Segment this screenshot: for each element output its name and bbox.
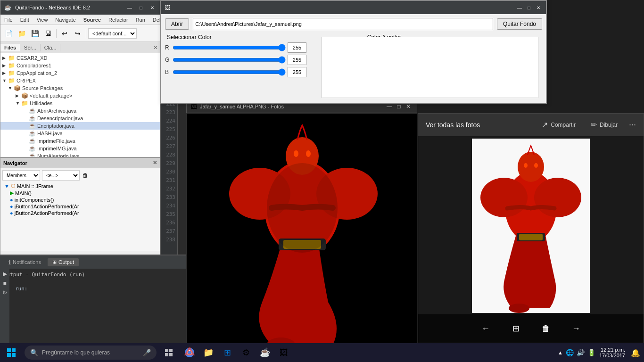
qf-minimize-btn[interactable]: —: [516, 4, 523, 11]
type-filter[interactable]: <e...>: [42, 170, 80, 181]
settings-taskbar-icon[interactable]: ⚙: [238, 344, 255, 361]
r-value-input[interactable]: [288, 42, 306, 53]
config-dropdown[interactable]: <default conf...: [88, 28, 137, 39]
svg-point-19: [534, 163, 538, 168]
output-icon: ⊞: [52, 259, 57, 265]
menu-source[interactable]: Source: [80, 16, 105, 24]
menu-navigate[interactable]: Navigate: [51, 16, 79, 24]
photo-viewer: Ver todas las fotos ↗ Compartir ✏ Dibuja…: [418, 113, 644, 356]
undo-btn[interactable]: ↩: [58, 27, 71, 40]
panel-tab-classes[interactable]: Cla...: [41, 44, 61, 51]
g-label: G: [165, 57, 171, 63]
new-project-btn[interactable]: 📄: [2, 27, 15, 40]
tree-item-hash[interactable]: ▶☕ HASH.java: [0, 130, 160, 137]
pv-delete-btn[interactable]: 🗑: [537, 319, 555, 338]
menu-refactor[interactable]: Refactor: [105, 16, 132, 24]
nav-item-initcomponents[interactable]: ● initComponents(): [2, 197, 158, 203]
explorer-taskbar-icon[interactable]: 📁: [200, 344, 217, 361]
tree-item-imprimefile[interactable]: ▶☕ ImprimeFile.java: [0, 137, 160, 145]
tree-item-abrir[interactable]: ▶☕ AbrirArchivo.java: [0, 107, 160, 115]
navigator-close-btn[interactable]: ✕: [153, 160, 157, 166]
tree-item-cesar[interactable]: ▶📁 CESAR2_XD: [0, 54, 160, 62]
photos-icon: 🖼: [280, 348, 288, 358]
menu-run[interactable]: Run: [132, 16, 149, 24]
pv-ver-todas[interactable]: Ver todas las fotos: [426, 121, 530, 129]
notifications-icon[interactable]: 🔔: [631, 348, 640, 357]
b-slider[interactable]: [173, 68, 286, 76]
qf-close-btn[interactable]: ✕: [535, 4, 542, 11]
java-taskbar-icon[interactable]: ☕: [256, 344, 273, 361]
panel-close-btn[interactable]: ✕: [151, 43, 160, 52]
r-slider[interactable]: [173, 44, 286, 51]
open-btn[interactable]: 📁: [16, 27, 28, 40]
filter-icon[interactable]: 🗑: [82, 171, 89, 180]
save-btn[interactable]: 💾: [29, 27, 41, 40]
navigator-list: ▼ ⬡ MAIN :: JFrame ▶ MAIN() ● initCompon…: [2, 182, 158, 216]
output-tab[interactable]: ⊞ Output: [48, 258, 79, 266]
panel-tab-services[interactable]: Ser...: [20, 44, 41, 51]
nb-minimize-btn[interactable]: —: [126, 4, 133, 11]
java-icon: ☕: [260, 347, 270, 358]
nav-item-main-method[interactable]: ▶ MAIN(): [2, 189, 158, 197]
rerun-side-btn[interactable]: ↻: [2, 289, 7, 296]
start-button[interactable]: [0, 343, 23, 362]
tree-item-default-pkg[interactable]: ▶📦 <default package>: [0, 92, 160, 99]
svg-point-18: [524, 163, 528, 168]
clock-area[interactable]: 12:21 p.m. 17/03/2017: [599, 347, 625, 358]
quitar-fondo-button[interactable]: Quitar Fondo: [497, 18, 542, 30]
network-icon[interactable]: 🌐: [566, 349, 574, 356]
project-tree[interactable]: ▶📁 CESAR2_XD ▶📁 Compiladores1 ▶📁 CppAppl…: [0, 53, 160, 157]
path-input[interactable]: [193, 18, 493, 30]
share-icon: ↗: [542, 120, 548, 129]
b-value-input[interactable]: [288, 67, 306, 77]
g-value-input[interactable]: [288, 55, 306, 65]
nb-maximize-btn[interactable]: □: [137, 4, 145, 11]
battery-icon[interactable]: 🔋: [587, 349, 595, 356]
tree-item-encriptador[interactable]: ▶☕ Encriptador.java: [0, 122, 160, 130]
members-filter[interactable]: Members: [2, 170, 40, 181]
run-side-btn[interactable]: ▶: [3, 271, 7, 277]
up-arrow-icon[interactable]: ▲: [558, 350, 563, 355]
g-slider[interactable]: [173, 56, 286, 64]
menu-view[interactable]: View: [33, 16, 52, 24]
qf-maximize-btn[interactable]: □: [525, 4, 533, 11]
tree-item-numaleatorio[interactable]: ▶☕ NumAleatorio.java: [0, 152, 160, 157]
tree-item-cpp[interactable]: ▶📁 CppApplication_2: [0, 69, 160, 77]
notifications-tab[interactable]: ℹ Notifications: [4, 258, 46, 267]
tree-item-compiladores[interactable]: ▶📁 Compiladores1: [0, 62, 160, 69]
menu-file[interactable]: File: [0, 16, 17, 24]
nav-item-main-jframe[interactable]: ▼ ⬡ MAIN :: JFrame: [2, 182, 158, 189]
nav-item-jbutton2[interactable]: ● jButton2ActionPerformed(Ar: [2, 210, 158, 216]
nav-item-jbutton1[interactable]: ● jButton1ActionPerformed(Ar: [2, 203, 158, 210]
photos-taskbar-icon[interactable]: 🖼: [275, 344, 292, 361]
panel-tab-projects[interactable]: Files: [0, 44, 20, 51]
search-icon: 🔍: [30, 349, 38, 356]
volume-icon[interactable]: 🔊: [577, 349, 585, 356]
store-taskbar-icon[interactable]: ⊞: [219, 344, 236, 361]
abrir-button[interactable]: Abrir: [165, 18, 189, 30]
microphone-icon[interactable]: 🎤: [143, 349, 151, 356]
tree-item-desencriptador[interactable]: ▶☕ Desencriptador.java: [0, 115, 160, 122]
draw-icon: ✏: [591, 120, 597, 129]
pv-jafar-svg: [472, 139, 590, 313]
tree-item-cripex[interactable]: ▼📁 CRIPEX: [0, 77, 160, 84]
task-view-btn[interactable]: [160, 344, 177, 361]
chrome-taskbar-icon[interactable]: [181, 344, 198, 361]
pv-dibujar-btn[interactable]: ✏ Dibujar: [587, 118, 621, 131]
pv-prev-btn[interactable]: ←: [476, 319, 495, 338]
tree-item-imprimeimg[interactable]: ▶☕ ImprimeIMG.java: [0, 145, 160, 152]
save-all-btn[interactable]: 🖫: [42, 27, 54, 40]
tree-item-source-packages[interactable]: ▼📦 Source Packages: [0, 84, 160, 92]
taskbar-search[interactable]: 🔍 Pregúntame lo que quieras 🎤: [25, 346, 157, 360]
tree-item-utilidades[interactable]: ▼📁 Utilidades: [0, 99, 160, 107]
redo-btn[interactable]: ↪: [72, 27, 84, 40]
output-header: ℹ Notifications ⊞ Output: [0, 255, 186, 269]
pv-compartir-btn[interactable]: ↗ Compartir: [538, 118, 579, 131]
time-display: 12:21 p.m.: [601, 347, 625, 353]
pv-more-btn[interactable]: ···: [629, 120, 636, 130]
stop-side-btn[interactable]: ■: [3, 280, 6, 287]
nb-close-btn[interactable]: ✕: [149, 4, 156, 11]
pv-slideshow-btn[interactable]: ⊞: [506, 319, 525, 338]
menu-edit[interactable]: Edit: [17, 16, 33, 24]
pv-next-btn[interactable]: →: [567, 319, 586, 338]
